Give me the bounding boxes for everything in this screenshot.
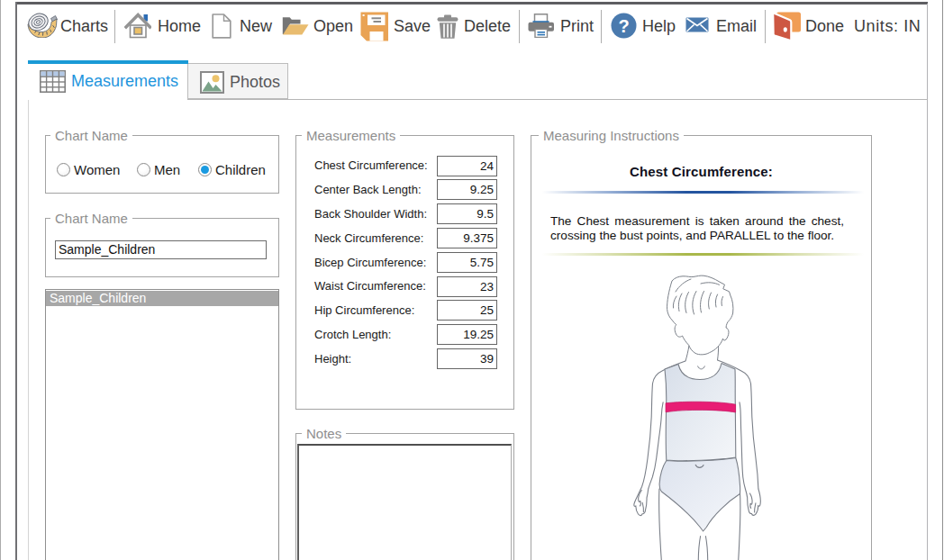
svg-text:?: ?	[618, 16, 629, 36]
